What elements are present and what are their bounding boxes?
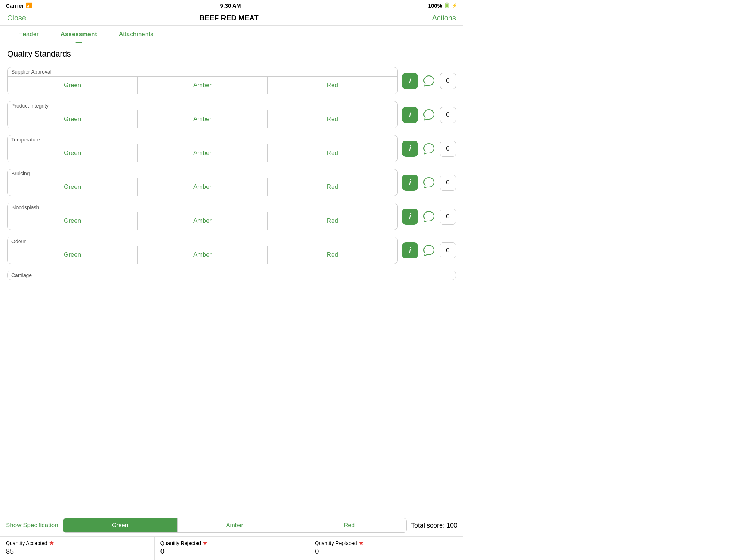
quality-row-bruising: BruisingGreenAmberRedi 0: [7, 169, 456, 196]
supplier-approval-comment-button[interactable]: [421, 73, 437, 89]
temperature-info-button[interactable]: i: [402, 141, 418, 157]
bloodsplash-side-icons: i 0: [402, 209, 456, 225]
bloodsplash-comment-button[interactable]: [421, 209, 437, 225]
temperature-option-red[interactable]: Red: [268, 144, 397, 162]
bloodsplash-info-button[interactable]: i: [402, 209, 418, 225]
quality-row-supplier-approval: Supplier ApprovalGreenAmberRedi 0: [7, 67, 456, 94]
wifi-icon: 📶: [26, 2, 33, 9]
cartilage-card: Cartilage: [7, 271, 456, 280]
bruising-count[interactable]: 0: [440, 175, 456, 191]
odour-option-amber[interactable]: Amber: [138, 246, 267, 264]
odour-info-button[interactable]: i: [402, 242, 418, 258]
battery-icon: 🔋: [444, 2, 450, 9]
bruising-comment-button[interactable]: [421, 175, 437, 191]
page-title: BEEF RED MEAT: [200, 14, 259, 22]
quality-rows: Supplier ApprovalGreenAmberRedi 0Product…: [7, 67, 456, 264]
odour-option-green[interactable]: Green: [8, 246, 138, 264]
quality-row-temperature: TemperatureGreenAmberRedi 0: [7, 135, 456, 162]
odour-card: OdourGreenAmberRed: [7, 237, 398, 264]
bloodsplash-label: Bloodsplash: [8, 203, 397, 212]
supplier-approval-option-red[interactable]: Red: [268, 77, 397, 94]
supplier-approval-option-green[interactable]: Green: [8, 77, 138, 94]
bruising-option-red[interactable]: Red: [268, 178, 397, 196]
tab-assessment[interactable]: Assessment: [50, 26, 108, 43]
bloodsplash-options: GreenAmberRed: [8, 212, 397, 230]
bruising-option-green[interactable]: Green: [8, 178, 138, 196]
bloodsplash-option-amber[interactable]: Amber: [138, 212, 267, 230]
product-integrity-option-green[interactable]: Green: [8, 110, 138, 128]
supplier-approval-label: Supplier Approval: [8, 67, 397, 76]
odour-options: GreenAmberRed: [8, 246, 397, 264]
temperature-label: Temperature: [8, 135, 397, 144]
battery-percent: 100%: [428, 3, 442, 9]
product-integrity-option-amber[interactable]: Amber: [138, 110, 267, 128]
product-integrity-option-red[interactable]: Red: [268, 110, 397, 128]
quality-row-cartilage: Cartilage: [7, 271, 456, 280]
status-bar: Carrier 📶 9:30 AM 100% 🔋 ⚡: [0, 0, 463, 11]
temperature-comment-button[interactable]: [421, 141, 437, 157]
bruising-options: GreenAmberRed: [8, 178, 397, 196]
main-content: Quality Standards Supplier ApprovalGreen…: [0, 43, 463, 334]
bruising-card: BruisingGreenAmberRed: [7, 169, 398, 196]
odour-label: Odour: [8, 237, 397, 246]
odour-side-icons: i 0: [402, 242, 456, 258]
tab-attachments[interactable]: Attachments: [108, 26, 165, 43]
close-button[interactable]: Close: [7, 14, 26, 22]
temperature-card: TemperatureGreenAmberRed: [7, 135, 398, 162]
temperature-side-icons: i 0: [402, 141, 456, 157]
odour-option-red[interactable]: Red: [268, 246, 397, 264]
bloodsplash-count[interactable]: 0: [440, 209, 456, 225]
top-nav: Close BEEF RED MEAT Actions: [0, 11, 463, 26]
temperature-option-amber[interactable]: Amber: [138, 144, 267, 162]
supplier-approval-option-amber[interactable]: Amber: [138, 77, 267, 94]
bloodsplash-card: BloodsplashGreenAmberRed: [7, 203, 398, 230]
product-integrity-side-icons: i 0: [402, 107, 456, 123]
bloodsplash-option-green[interactable]: Green: [8, 212, 138, 230]
quality-row-bloodsplash: BloodsplashGreenAmberRedi 0: [7, 203, 456, 230]
actions-button[interactable]: Actions: [432, 14, 456, 22]
supplier-approval-options: GreenAmberRed: [8, 76, 397, 94]
bruising-label: Bruising: [8, 169, 397, 178]
status-time: 9:30 AM: [220, 3, 241, 9]
bloodsplash-option-red[interactable]: Red: [268, 212, 397, 230]
product-integrity-label: Product Integrity: [8, 101, 397, 110]
temperature-option-green[interactable]: Green: [8, 144, 138, 162]
product-integrity-info-button[interactable]: i: [402, 107, 418, 123]
temperature-count[interactable]: 0: [440, 141, 456, 157]
product-integrity-comment-button[interactable]: [421, 107, 437, 123]
section-title: Quality Standards: [7, 49, 456, 62]
carrier-label: Carrier: [6, 3, 24, 9]
quality-row-odour: OdourGreenAmberRedi 0: [7, 237, 456, 264]
product-integrity-count[interactable]: 0: [440, 107, 456, 123]
odour-comment-button[interactable]: [421, 242, 437, 258]
bruising-info-button[interactable]: i: [402, 175, 418, 191]
product-integrity-card: Product IntegrityGreenAmberRed: [7, 101, 398, 128]
tab-bar: Header Assessment Attachments: [0, 26, 463, 43]
quality-row-product-integrity: Product IntegrityGreenAmberRedi 0: [7, 101, 456, 128]
bruising-option-amber[interactable]: Amber: [138, 178, 267, 196]
cartilage-label: Cartilage: [8, 271, 456, 280]
status-left: Carrier 📶: [6, 2, 33, 9]
supplier-approval-count[interactable]: 0: [440, 73, 456, 89]
status-right: 100% 🔋 ⚡: [428, 2, 457, 9]
supplier-approval-side-icons: i 0: [402, 73, 456, 89]
supplier-approval-card: Supplier ApprovalGreenAmberRed: [7, 67, 398, 94]
supplier-approval-info-button[interactable]: i: [402, 73, 418, 89]
charging-icon: ⚡: [452, 3, 457, 8]
product-integrity-options: GreenAmberRed: [8, 110, 397, 128]
bruising-side-icons: i 0: [402, 175, 456, 191]
odour-count[interactable]: 0: [440, 242, 456, 258]
tab-header[interactable]: Header: [7, 26, 50, 43]
temperature-options: GreenAmberRed: [8, 144, 397, 162]
